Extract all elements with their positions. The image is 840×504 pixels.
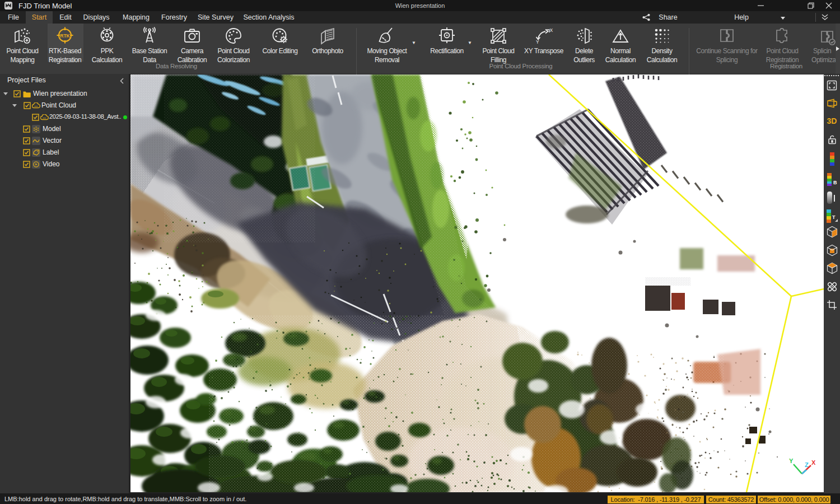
svg-text:B: B xyxy=(833,180,837,185)
svg-text:Z: Z xyxy=(805,461,809,468)
svg-text:T: T xyxy=(832,214,836,220)
svg-text:X: X xyxy=(550,27,553,33)
svg-text:Y: Y xyxy=(536,39,539,45)
svg-text:A: A xyxy=(148,31,151,35)
svg-text:X: X xyxy=(811,459,816,466)
svg-text:Y: Y xyxy=(789,458,794,464)
svg-text:RTK: RTK xyxy=(60,33,70,39)
